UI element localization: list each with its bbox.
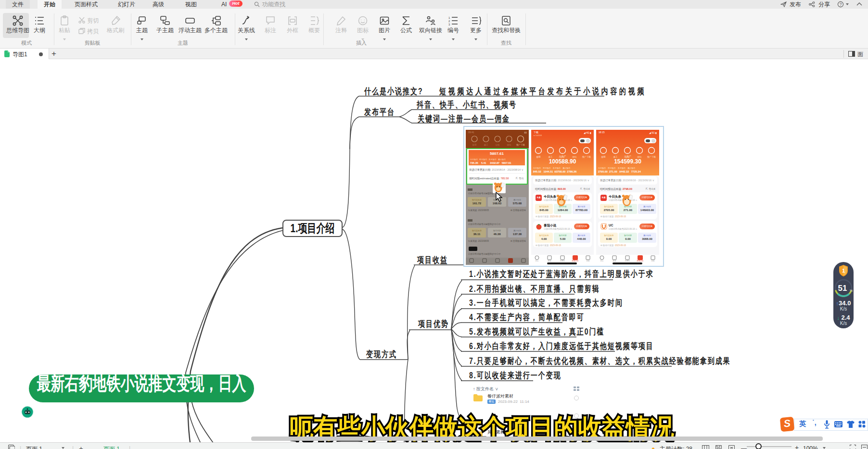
svg-text:提现: 提现 <box>548 260 552 262</box>
svg-text:?: ? <box>840 2 842 7</box>
svg-text:提现记录: 提现记录 <box>637 260 644 262</box>
svg-text:1: 1 <box>842 268 845 274</box>
svg-text:长篇集: 长篇集 <box>560 260 565 262</box>
svg-text:我的: 我的 <box>651 260 655 262</box>
svg-text:1: 1 <box>448 16 450 19</box>
svg-text:全部: 全部 <box>472 144 477 146</box>
svg-text:推广下载: 推广下载 <box>516 143 525 146</box>
svg-text:分组: 分组 <box>496 144 500 146</box>
svg-text:%: % <box>850 289 853 292</box>
svg-text:2: 2 <box>448 20 450 23</box>
svg-text:首页: 首页 <box>600 260 604 262</box>
svg-text:首页: 首页 <box>536 260 539 262</box>
svg-text:我的: 我的 <box>587 260 590 262</box>
svg-text:51: 51 <box>838 284 847 293</box>
svg-text:提现: 提现 <box>613 260 617 262</box>
svg-text:3: 3 <box>448 23 450 26</box>
svg-text:待结: 待结 <box>507 144 512 147</box>
svg-text:减工: 减工 <box>484 143 489 146</box>
svg-text:提现记录: 提现记录 <box>572 260 579 262</box>
svg-text:长篇集: 长篇集 <box>625 260 630 262</box>
